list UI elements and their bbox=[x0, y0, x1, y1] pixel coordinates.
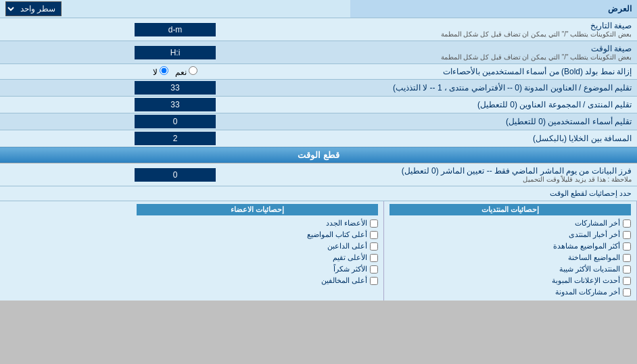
stat-checkbox-2[interactable] bbox=[623, 231, 631, 239]
topic-title-text: تقليم الموضوع / العناوين المدونة (0 -- ا… bbox=[393, 83, 632, 93]
mem-stat-checkbox-6[interactable] bbox=[370, 277, 378, 285]
mem-stat-checkbox-2[interactable] bbox=[370, 231, 378, 239]
mem-stat-checkbox-3[interactable] bbox=[370, 242, 378, 251]
dropdown-cell: سطر واحد bbox=[0, 0, 350, 18]
realtime-title: قطع الوقت bbox=[298, 150, 339, 160]
stat-label-3: أكثر المواضيع مشاهدة bbox=[553, 242, 620, 251]
stat-label-7: أخر مشاركات المدونة bbox=[555, 288, 620, 296]
filter-text: فرز البيانات من يوم الماشر الماضي فقط --… bbox=[356, 166, 632, 176]
posts-stats-col: إحصائيات المنتديات أخر المشاركات أخر أخب… bbox=[384, 201, 637, 301]
bold-remove-input-cell: نعم لا bbox=[0, 64, 350, 80]
date-format-subtitle: بعض التكوينات يتطلب "/" التي يمكن ان تضا… bbox=[356, 30, 632, 38]
members-stats-header: إحصائيات الاعضاء bbox=[137, 204, 378, 215]
stat-checkbox-3[interactable] bbox=[623, 242, 631, 251]
stat-label-2: أخر أخبار المنتدى bbox=[569, 230, 620, 239]
mem-stat-item-4: الأعلى تقيم bbox=[137, 252, 378, 263]
stat-item-4: المواضيع الساخنة bbox=[390, 252, 631, 263]
user-names-label: تقليم أسماء المستخدمين (0 للتعطيل) bbox=[350, 113, 637, 130]
stat-item-3: أكثر المواضيع مشاهدة bbox=[390, 240, 631, 252]
stat-checkbox-6[interactable] bbox=[623, 277, 631, 285]
stat-checkbox-4[interactable] bbox=[623, 254, 631, 262]
bold-remove-label: إزالة نمط بولد (Bold) من أسماء المستخدمي… bbox=[350, 64, 637, 80]
topic-title-label: تقليم الموضوع / العناوين المدونة (0 -- ا… bbox=[350, 80, 637, 97]
time-format-title: صيغة الوقت bbox=[356, 44, 632, 53]
mem-stat-checkbox-1[interactable] bbox=[370, 219, 378, 228]
bold-yes-radio[interactable] bbox=[189, 66, 197, 75]
user-names-input-cell bbox=[0, 113, 350, 130]
time-format-subtitle: بعض التكوينات يتطلب "/" التي يمكن ان تضا… bbox=[356, 53, 632, 61]
bold-no-label[interactable]: لا bbox=[153, 66, 168, 77]
date-format-label: صيغة التاريخ بعض التكوينات يتطلب "/" الت… bbox=[350, 18, 637, 41]
stat-item-5: المنتديات الأكثر شيبة bbox=[390, 263, 631, 275]
realtime-section-header: قطع الوقت bbox=[0, 147, 637, 163]
filter-input-cell bbox=[0, 163, 350, 186]
cell-space-input[interactable] bbox=[135, 132, 216, 145]
empty-col bbox=[0, 201, 131, 301]
section-label: العرض bbox=[350, 0, 637, 18]
mem-stat-item-2: أعلى كتاب المواضيع bbox=[137, 229, 378, 240]
filter-note: ملاحظة : هذا قد يزيد قليلاً وقت التحميل bbox=[356, 176, 632, 183]
stat-label-1: أخر المشاركات bbox=[575, 219, 620, 228]
forum-title-input[interactable] bbox=[135, 98, 216, 111]
stats-container: إحصائيات المنتديات أخر المشاركات أخر أخب… bbox=[0, 201, 637, 301]
date-format-input-cell bbox=[0, 18, 350, 41]
bold-no-radio[interactable] bbox=[160, 66, 168, 75]
stat-label-4: المواضيع الساخنة bbox=[568, 253, 620, 262]
cell-space-input-cell bbox=[0, 130, 350, 147]
forum-title-text: تقليم المنتدى / المجموعة العناوين (0 للت… bbox=[477, 100, 632, 109]
stat-checkbox-7[interactable] bbox=[623, 288, 631, 296]
filter-input[interactable] bbox=[135, 168, 216, 182]
forum-title-label: تقليم المنتدى / المجموعة العناوين (0 للت… bbox=[350, 97, 637, 113]
date-format-input[interactable] bbox=[135, 23, 216, 36]
stat-label-6: أحدث الإعلانات المبوبة bbox=[552, 276, 620, 285]
mem-stat-checkbox-5[interactable] bbox=[370, 265, 378, 274]
mem-stat-label-3: أعلى الداعبن bbox=[327, 242, 367, 251]
mem-stat-label-2: أعلى كتاب المواضيع bbox=[307, 230, 367, 239]
bold-yes-text: نعم bbox=[175, 68, 187, 77]
stat-label-5: المنتديات الأكثر شيبة bbox=[559, 265, 620, 274]
mem-stat-label-4: الأعلى تقيم bbox=[333, 253, 367, 262]
date-format-title: صيغة التاريخ bbox=[356, 21, 632, 30]
mem-stat-label-1: الأعضاء الجدد bbox=[326, 219, 367, 228]
section-title: العرض bbox=[608, 4, 632, 14]
cell-space-label: المسافة بين الخلايا (بالبكسل) bbox=[350, 130, 637, 147]
stat-item-6: أحدث الإعلانات المبوبة bbox=[390, 275, 631, 286]
mem-stat-checkbox-4[interactable] bbox=[370, 254, 378, 262]
bold-yes-label[interactable]: نعم bbox=[175, 66, 197, 77]
cell-space-text: المسافة بين الخلايا (بالبكسل) bbox=[533, 134, 632, 143]
stat-checkbox-5[interactable] bbox=[623, 265, 631, 274]
members-stats-col: إحصائيات الاعضاء الأعضاء الجدد أعلى كتاب… bbox=[131, 201, 384, 301]
mem-stat-label-6: أعلى المخالفين bbox=[321, 276, 367, 285]
stat-item-1: أخر المشاركات bbox=[390, 217, 631, 229]
mem-stat-label-5: الأكثر شكراً bbox=[333, 265, 367, 274]
mem-stat-item-6: أعلى المخالفين bbox=[137, 275, 378, 286]
time-format-input-cell bbox=[0, 41, 350, 64]
topic-title-input[interactable] bbox=[135, 81, 216, 95]
bold-remove-title: إزالة نمط بولد (Bold) من أسماء المستخدمي… bbox=[443, 67, 632, 76]
user-names-text: تقليم أسماء المستخدمين (0 للتعطيل) bbox=[506, 117, 632, 126]
forum-title-input-cell bbox=[0, 97, 350, 113]
time-format-input[interactable] bbox=[135, 46, 216, 59]
time-format-label: صيغة الوقت بعض التكوينات يتطلب "/" التي … bbox=[350, 41, 637, 64]
stats-section: حدد إحصائيات لقطع الوقت إحصائيات المنتدي… bbox=[0, 186, 637, 301]
posts-stats-header: إحصائيات المنتديات bbox=[390, 204, 631, 215]
mem-stat-item-5: الأكثر شكراً bbox=[137, 263, 378, 275]
stat-item-2: أخر أخبار المنتدى bbox=[390, 229, 631, 240]
mem-stat-item-3: أعلى الداعبن bbox=[137, 240, 378, 252]
mem-stat-item-1: الأعضاء الجدد bbox=[137, 217, 378, 229]
topic-title-input-cell bbox=[0, 80, 350, 97]
line-count-dropdown[interactable]: سطر واحد bbox=[5, 1, 62, 16]
limit-label: حدد إحصائيات لقطع الوقت bbox=[550, 189, 632, 198]
limit-row: حدد إحصائيات لقطع الوقت bbox=[0, 186, 637, 201]
stat-checkbox-1[interactable] bbox=[623, 219, 631, 228]
user-names-input[interactable] bbox=[135, 115, 216, 128]
bold-no-text: لا bbox=[153, 68, 158, 77]
filter-label: فرز البيانات من يوم الماشر الماضي فقط --… bbox=[350, 163, 637, 186]
stat-item-7: أخر مشاركات المدونة bbox=[390, 286, 631, 298]
